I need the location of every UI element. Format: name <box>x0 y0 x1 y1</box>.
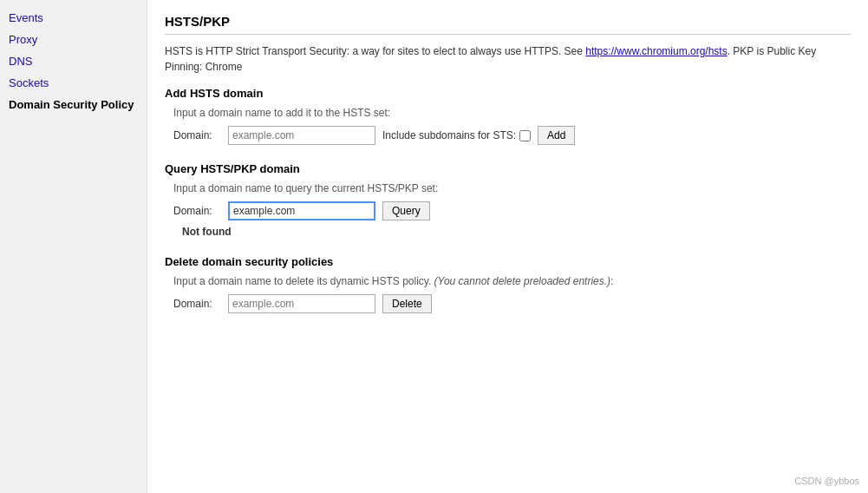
delete-hsts-section: Delete domain security policies Input a … <box>165 255 851 313</box>
delete-hsts-hint: Input a domain name to delete its dynami… <box>165 275 851 287</box>
add-hsts-title: Add HSTS domain <box>165 87 851 100</box>
add-domain-label: Domain: <box>173 129 221 141</box>
query-hsts-section: Query HSTS/PKP domain Input a domain nam… <box>165 162 851 238</box>
sidebar-item-proxy[interactable]: Proxy <box>0 29 147 50</box>
query-button[interactable]: Query <box>382 201 430 220</box>
query-hsts-hint: Input a domain name to query the current… <box>165 182 851 194</box>
delete-domain-label: Domain: <box>173 298 221 310</box>
delete-hsts-form-row: Domain: Delete <box>165 294 851 313</box>
add-hsts-hint: Input a domain name to add it to the HST… <box>165 107 851 119</box>
page-title: HSTS/PKP <box>165 14 851 35</box>
query-hsts-form-row: Domain: Query <box>165 201 851 220</box>
add-domain-input[interactable] <box>228 126 375 145</box>
main-content: HSTS/PKP HSTS is HTTP Strict Transport S… <box>147 0 868 493</box>
sidebar-item-sockets[interactable]: Sockets <box>0 72 147 94</box>
watermark: CSDN @ybbos <box>794 476 859 486</box>
delete-domain-input[interactable] <box>228 294 375 313</box>
query-hsts-title: Query HSTS/PKP domain <box>165 162 851 175</box>
sidebar: Events Proxy DNS Sockets Domain Security… <box>0 0 147 493</box>
sidebar-item-events[interactable]: Events <box>0 7 147 29</box>
add-hsts-form-row: Domain: Include subdomains for STS: Add <box>165 126 851 145</box>
hsts-description: HSTS is HTTP Strict Transport Security: … <box>165 43 851 75</box>
sidebar-item-domain-security-policy[interactable]: Domain Security Policy <box>0 94 147 115</box>
include-subdomains-checkbox[interactable] <box>519 130 531 141</box>
chromium-hsts-link[interactable]: https://www.chromium.org/hsts <box>585 45 727 57</box>
include-subdomains-label: Include subdomains for STS: <box>382 129 531 141</box>
query-domain-input[interactable] <box>228 201 375 220</box>
add-hsts-section: Add HSTS domain Input a domain name to a… <box>165 87 851 145</box>
query-domain-label: Domain: <box>173 205 221 217</box>
add-button[interactable]: Add <box>538 126 575 145</box>
delete-button[interactable]: Delete <box>382 294 432 313</box>
sidebar-item-dns[interactable]: DNS <box>0 50 147 72</box>
query-result: Not found <box>165 226 851 238</box>
delete-hsts-title: Delete domain security policies <box>165 255 851 268</box>
